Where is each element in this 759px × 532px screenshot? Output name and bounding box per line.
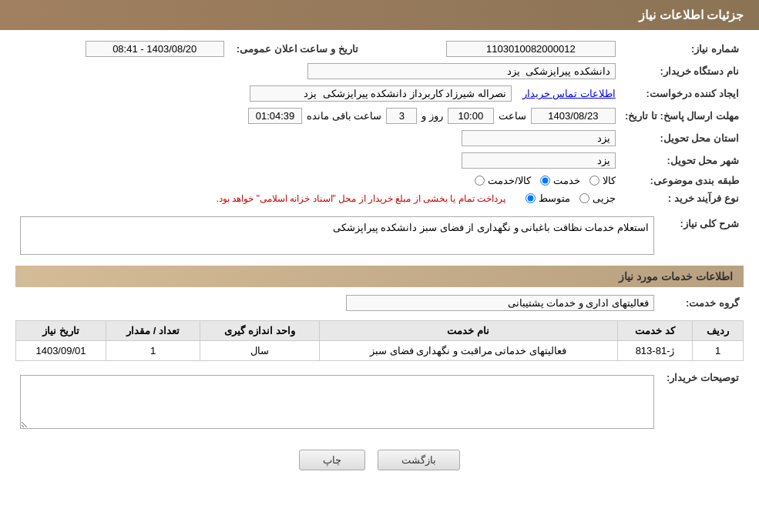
cell-tarikh: 1403/09/01: [16, 341, 106, 361]
services-section-title: اطلاعات خدمات مورد نیاز: [15, 266, 744, 287]
col-tedad: تعداد / مقدار: [106, 321, 200, 341]
radio-motavaset-input[interactable]: [526, 193, 536, 203]
shomareNiaz-label: شماره نیاز:: [620, 38, 744, 60]
sharh-value: استعلام خدمات نظافت باغبانی و نگهداری از…: [15, 213, 659, 258]
shahr-input[interactable]: [462, 152, 616, 169]
ejadKonande-label: ایجاد کننده درخواست:: [620, 82, 744, 105]
toseif-table: توصیحات خریدار:: [15, 367, 744, 439]
ostan-input[interactable]: [462, 130, 616, 146]
saat-input[interactable]: [448, 108, 494, 124]
row-sharh: شرح کلی نیاز: استعلام خدمات نظافت باغبان…: [15, 213, 744, 258]
noefarayand-value: جزیی متوسط پرداخت تمام یا بخشی از مبلغ خ…: [15, 189, 620, 207]
radio-khedmat-input[interactable]: [540, 176, 550, 186]
shomareNiaz-input[interactable]: [446, 41, 616, 57]
ejadKonande-value: اطلاعات تماس خریدار: [15, 82, 620, 105]
tabghe-label: طبقه بندی موضوعی:: [620, 172, 744, 189]
radio-kala-input[interactable]: [589, 176, 599, 186]
noefarayand-note: پرداخت تمام یا بخشی از مبلغ خریدار از مح…: [217, 193, 505, 204]
namDastgah-label: نام دستگاه خریدار:: [620, 60, 744, 82]
row-namDastgah: نام دستگاه خریدار:: [15, 60, 744, 82]
page-header: جزئیات اطلاعات نیاز: [0, 0, 759, 30]
radio-jozi: جزیی: [579, 192, 616, 204]
grooh-value: [15, 292, 659, 314]
grooh-input[interactable]: [346, 295, 654, 311]
buttons-row: بازگشت چاپ: [15, 450, 744, 470]
noefarayand-radio-group: جزیی متوسط: [526, 192, 616, 204]
row-shahr: شهر محل تحویل:: [15, 149, 744, 172]
services-header-row: ردیف کد خدمت نام خدمت واحد اندازه گیری ت…: [16, 321, 744, 341]
ostan-label: استان محل تحویل:: [620, 127, 744, 149]
ejadKonande-link[interactable]: اطلاعات تماس خریدار: [522, 88, 616, 99]
radio-kala-khedmat: کالا/خدمت: [475, 175, 531, 186]
radio-motavaset: متوسط: [526, 192, 570, 204]
col-tarikh: تاریخ نیاز: [16, 321, 106, 341]
namDastgah-input[interactable]: [307, 63, 616, 79]
row-mohlat: مهلت ارسال پاسخ: تا تاریخ: ساعت روز و سا…: [15, 105, 744, 127]
radio-jozi-input[interactable]: [579, 193, 589, 203]
back-button[interactable]: بازگشت: [378, 450, 460, 470]
tarikh-input[interactable]: [531, 108, 616, 124]
page-content: شماره نیاز: تاریخ و ساعت اعلان عمومی: نا…: [0, 30, 759, 486]
table-row: 1ژ-81-813فعالیتهای خدماتی مراقبت و نگهدا…: [16, 341, 744, 361]
page-wrapper: جزئیات اطلاعات نیاز شماره نیاز: تاریخ و …: [0, 0, 759, 532]
baghimande-input[interactable]: [248, 108, 302, 124]
row-ejadKonande: ایجاد کننده درخواست: اطلاعات تماس خریدار: [15, 82, 744, 105]
sharh-text: استعلام خدمات نظافت باغبانی و نگهداری از…: [333, 222, 649, 233]
tarikhSaatElam-label: تاریخ و ساعت اعلان عمومی:: [229, 38, 363, 60]
tabghe-value: کالا خدمت کالا/خدمت: [15, 172, 620, 189]
radio-kala: کالا: [589, 175, 616, 186]
cell-radif: 1: [693, 341, 744, 361]
radio-kala-khedmat-input[interactable]: [475, 176, 485, 186]
row-ostan: استان محل تحویل:: [15, 127, 744, 149]
toseif-label: توصیحات خریدار:: [659, 367, 744, 439]
radio-khedmat-label: خدمت: [553, 175, 580, 186]
mohlat-label: مهلت ارسال پاسخ: تا تاریخ:: [620, 105, 744, 127]
baghimande-label: ساعت باقی مانده: [307, 110, 381, 122]
saat-label: ساعت: [499, 110, 526, 122]
radio-khedmat: خدمت: [540, 175, 580, 186]
sharh-table: شرح کلی نیاز: استعلام خدمات نظافت باغبان…: [15, 213, 744, 258]
shahr-label: شهر محل تحویل:: [620, 149, 744, 172]
row-toseif: توصیحات خریدار:: [15, 367, 744, 439]
tarikhSaatElam-value: [15, 38, 229, 60]
col-radif: ردیف: [693, 321, 744, 341]
row-noefarayand: نوع فرآیند خرید : جزیی متوسط: [15, 189, 744, 207]
sharh-label: شرح کلی نیاز:: [659, 213, 744, 258]
main-info-table: شماره نیاز: تاریخ و ساعت اعلان عمومی: نا…: [15, 38, 744, 207]
roz-label: روز و: [421, 110, 443, 122]
col-vahed: واحد اندازه گیری: [200, 321, 319, 341]
tarikhSaatElam-input[interactable]: [86, 41, 224, 57]
row-grooh: گروه خدمت:: [15, 292, 744, 314]
noefarayand-label: نوع فرآیند خرید :: [620, 189, 744, 207]
tabghe-radio-group: کالا خدمت کالا/خدمت: [475, 175, 616, 186]
col-namKhedmat: نام خدمت: [319, 321, 617, 341]
namDastgah-value: [15, 60, 620, 82]
cell-tedad: 1: [106, 341, 200, 361]
radio-kala-label: کالا: [603, 175, 616, 186]
ejadKonande-input[interactable]: [250, 85, 512, 102]
page-title: جزئیات اطلاعات نیاز: [639, 8, 744, 22]
cell-namKhedmat: فعالیتهای خدماتی مراقبت و نگهداری فضای س…: [319, 341, 617, 361]
row-shomareNiaz: شماره نیاز: تاریخ و ساعت اعلان عمومی:: [15, 38, 744, 60]
toseif-value: [15, 367, 659, 439]
mohlat-value: ساعت روز و ساعت باقی مانده: [15, 105, 620, 127]
radio-kala-khedmat-label: کالا/خدمت: [488, 175, 531, 186]
toseif-textarea[interactable]: [20, 375, 654, 429]
services-data-table: ردیف کد خدمت نام خدمت واحد اندازه گیری ت…: [15, 320, 744, 361]
radio-motavaset-label: متوسط: [539, 192, 570, 204]
grooh-label: گروه خدمت:: [659, 292, 744, 314]
ostan-value: [15, 127, 620, 149]
print-button[interactable]: چاپ: [299, 450, 365, 470]
radio-jozi-label: جزیی: [593, 192, 616, 204]
col-kodKhedmat: کد خدمت: [617, 321, 693, 341]
cell-vahed: سال: [200, 341, 319, 361]
grooh-table: گروه خدمت:: [15, 292, 744, 314]
shahr-value: [15, 149, 620, 172]
cell-kodKhedmat: ژ-81-813: [617, 341, 693, 361]
shomareNiaz-value: [363, 38, 620, 60]
row-tabghe: طبقه بندی موضوعی: کالا خدمت: [15, 172, 744, 189]
roz-input[interactable]: [386, 108, 417, 124]
